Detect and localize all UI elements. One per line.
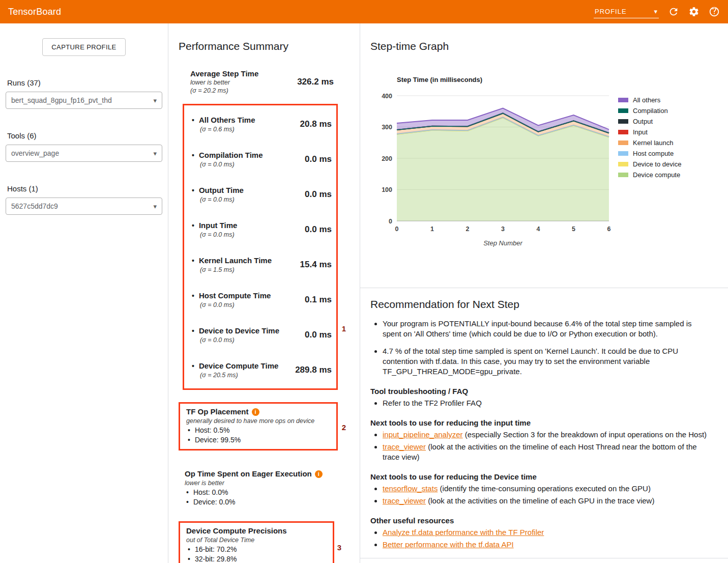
runs-select[interactable]: bert_squad_8gpu_fp16_pvt_thd	[6, 92, 162, 109]
step-time-graph-title: Step-time Graph	[370, 39, 728, 53]
help-icon	[709, 6, 720, 17]
metric-label: Host Compute Time	[192, 291, 271, 301]
metric-sigma: (σ = 1.5 ms)	[200, 266, 272, 274]
runs-select-value: bert_squad_8gpu_fp16_pvt_thd	[11, 96, 112, 104]
tool-item-text: (look at the activities on the timeline …	[383, 442, 697, 461]
legend-item: Device compute	[618, 170, 681, 180]
legend-swatch	[618, 140, 628, 145]
annotation-number-3: 3	[337, 543, 341, 552]
legend-item: Kernel launch	[618, 137, 681, 148]
legend-label: Device compute	[633, 171, 680, 179]
legend-swatch	[618, 119, 628, 124]
faq-heading: Tool troubleshooting / FAQ	[370, 387, 714, 396]
svg-text:4: 4	[537, 226, 540, 233]
metric-label: Kernel Launch Time	[192, 256, 272, 266]
hosts-select-value: 5627c5dd7dc9	[11, 202, 58, 210]
svg-text:400: 400	[382, 93, 392, 100]
device-tools-list: tensorflow_stats (identify the time-cons…	[370, 484, 714, 506]
precisions-title: Device Compute Precisions	[186, 526, 328, 536]
svg-text:0: 0	[389, 218, 392, 225]
legend-item: Input	[618, 127, 681, 137]
legend-item: Output	[618, 116, 681, 127]
metric-label: Device Compute Time	[192, 361, 278, 371]
recommendation-title: Recommendation for Next Step	[370, 297, 714, 312]
dashboard-select[interactable]: PROFILE	[594, 6, 659, 18]
eager-note: lower is better	[185, 479, 360, 488]
svg-text:1: 1	[430, 226, 434, 233]
resource-item: Analyze tf.data performance with the TF …	[383, 527, 714, 538]
recommendation-section: Recommendation for Next Step Your progra…	[360, 288, 728, 550]
metric-label: Compilation Time	[192, 150, 263, 160]
tfdata-profiler-link[interactable]: Analyze tf.data performance with the TF …	[383, 528, 544, 537]
sidebar: CAPTURE PROFILE Runs (37) bert_squad_8gp…	[0, 23, 168, 563]
capture-profile-button[interactable]: CAPTURE PROFILE	[42, 38, 125, 56]
legend-swatch	[618, 151, 628, 156]
metric-value: 0.0 ms	[305, 224, 332, 235]
metric-sigma: (σ = 0.0 ms)	[200, 195, 244, 204]
tensorflow-stats-link[interactable]: tensorflow_stats	[383, 484, 438, 493]
chevron-down-icon	[654, 8, 658, 15]
legend-swatch	[618, 173, 628, 177]
resource-item: Better performance with the tf.data API	[383, 540, 714, 550]
legend-label: Kernel launch	[633, 139, 674, 147]
runs-label: Runs (37)	[7, 78, 168, 87]
svg-text:6: 6	[607, 226, 611, 233]
step-time-chart: Step Time (in milliseconds) 010020030040…	[376, 76, 728, 247]
legend-label: Input	[633, 128, 648, 136]
annotation-box-3: 3 Device Compute Precisions out of Total…	[179, 521, 334, 563]
metric-sigma: (σ = 0.0 ms)	[200, 160, 263, 168]
svg-text:2: 2	[466, 226, 470, 233]
tool-item: input_pipeline_analyzer (especially Sect…	[383, 430, 714, 440]
settings-button[interactable]	[688, 6, 700, 17]
metric-note: lower is better	[190, 78, 258, 87]
app-title: TensorBoard	[8, 7, 61, 17]
help-button[interactable]	[709, 6, 720, 17]
metric-value: 0.1 ms	[305, 295, 332, 305]
legend-label: Host compute	[633, 150, 674, 157]
refresh-button[interactable]	[668, 6, 679, 17]
svg-text:300: 300	[382, 124, 392, 131]
legend-swatch	[618, 98, 628, 102]
refresh-icon	[668, 6, 679, 17]
metric-row: Kernel Launch Time (σ = 1.5 ms) 15.4 ms	[192, 247, 332, 282]
legend-swatch	[618, 162, 628, 166]
info-icon[interactable]	[252, 408, 259, 416]
chart-title: Step Time (in milliseconds)	[397, 76, 728, 83]
dashboard-select-value: PROFILE	[595, 8, 627, 15]
legend-label: Output	[633, 118, 653, 125]
metric-label: Output Time	[192, 185, 244, 195]
info-icon[interactable]	[315, 470, 323, 478]
tfdata-api-link[interactable]: Better performance with the tf.data API	[383, 540, 514, 549]
precisions-16bit: 16-bit: 70.2%	[186, 545, 328, 554]
header: TensorBoard PROFILE	[0, 0, 728, 23]
metric-value: 0.0 ms	[305, 330, 332, 340]
chevron-down-icon	[153, 149, 157, 157]
performance-summary-panel: Performance Summary Average Step Time lo…	[168, 23, 360, 563]
recommendation-bullets: Your program is POTENTIALLY input-bound …	[370, 319, 712, 377]
legend-label: Compilation	[633, 107, 668, 115]
legend-item: Device to device	[618, 159, 681, 170]
chart-x-axis-label: Step Number	[397, 239, 609, 247]
hosts-select[interactable]: 5627c5dd7dc9	[6, 198, 162, 215]
tools-select[interactable]: overview_page	[6, 145, 162, 162]
metric-label: All Others Time	[192, 115, 255, 125]
header-actions: PROFILE	[594, 6, 720, 18]
annotation-number-2: 2	[342, 423, 346, 432]
trace-viewer-link[interactable]: trace_viewer	[383, 496, 426, 505]
tool-item-text: (especially Section 3 for the breakdown …	[463, 430, 707, 439]
metric-row: Device to Device Time (σ = 0.0 ms) 0.0 m…	[192, 317, 332, 352]
section-divider	[360, 558, 728, 558]
metric-row: Compilation Time (σ = 0.0 ms) 0.0 ms	[192, 142, 332, 177]
eager-execution-block: Op Time Spent on Eager Execution lower i…	[179, 469, 360, 507]
metric-label: Average Step Time	[190, 69, 258, 78]
legend-swatch	[618, 130, 628, 134]
stacked-area-chart: 01002003004000123456	[376, 92, 613, 236]
metric-sigma: (σ = 20.5 ms)	[200, 371, 278, 379]
trace-viewer-link[interactable]: trace_viewer	[383, 442, 426, 451]
svg-text:3: 3	[501, 226, 505, 233]
metric-sigma: (σ = 0.0 ms)	[200, 301, 271, 309]
metric-sigma: (σ = 0.6 ms)	[200, 125, 255, 133]
average-step-time-row: Average Step Time lower is better (σ = 2…	[190, 69, 334, 95]
annotation-box-2: 2 TF Op Placement generally desired to h…	[179, 402, 338, 451]
input-pipeline-analyzer-link[interactable]: input_pipeline_analyzer	[383, 430, 463, 439]
